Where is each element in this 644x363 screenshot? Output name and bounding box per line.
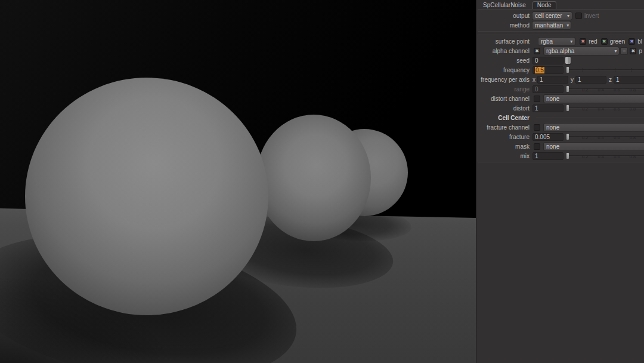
fracture-input[interactable]: 0.005 [532, 133, 564, 141]
method-label: method [478, 22, 532, 29]
medium-sphere [256, 115, 371, 241]
distort-input[interactable]: 1 [532, 104, 564, 112]
chevron-down-icon: ▾ [563, 23, 569, 28]
tick-label: 0.2 [582, 135, 588, 140]
surface-point-select-value: rgba [541, 38, 553, 45]
surface-point-label: surface point [478, 38, 532, 45]
y-axis-label: y [571, 76, 574, 83]
tick-label: 0.2 [582, 154, 588, 159]
premult-checkbox[interactable]: ✖ [630, 48, 636, 54]
tab-node[interactable]: Node [532, 1, 556, 9]
mask-label: mask [478, 143, 532, 150]
frequency-y-input[interactable]: 1 [575, 76, 606, 84]
fracture-channel-row: fracture channel none [478, 122, 644, 132]
alpha-channel-row: alpha channel ✖ rgba.alpha ▾ − ✖ p [478, 46, 644, 56]
fracture-channel-checkbox[interactable] [534, 124, 540, 131]
distort-channel-select[interactable]: none [544, 95, 644, 103]
surface-point-row: surface point rgba ▾ ✖ red ✖ green ✖ bl [478, 36, 644, 46]
seed-input[interactable]: 0 [532, 57, 564, 64]
invert-label: invert [584, 13, 599, 19]
render-viewport[interactable] [0, 0, 476, 363]
mask-checkbox[interactable] [534, 143, 540, 150]
frequency-x-input[interactable]: 1 [537, 76, 568, 84]
mix-slider-handle[interactable] [566, 153, 569, 159]
method-row: method manhattan ▾ [478, 20, 644, 30]
frequency-slider[interactable] [565, 66, 644, 74]
panel-tab-bar: SpCellularNoise Node [476, 0, 644, 9]
premult-label: p [639, 48, 642, 54]
fracture-row: fracture 0.005 0.2 0.4 0.6 0.8 [478, 132, 644, 141]
distort-channel-row: distort channel none [478, 94, 644, 103]
seed-slider-handle[interactable] [565, 57, 571, 64]
frequency-input[interactable]: 0.5 [532, 66, 564, 74]
tick-label: 0.6 [614, 87, 620, 93]
blue-channel-checkbox[interactable]: ✖ [628, 38, 635, 45]
alpha-channel-select[interactable]: rgba.alpha ▾ [544, 47, 619, 55]
frequency-per-axis-row: frequency per axis x 1 y 1 z 1 [478, 75, 644, 84]
fracture-channel-select-value: none [546, 124, 559, 131]
chevron-down-icon: ▾ [564, 13, 569, 19]
method-select[interactable]: manhattan ▾ [532, 21, 571, 29]
chevron-down-icon: ▾ [611, 48, 617, 54]
mix-input[interactable]: 1 [532, 152, 564, 160]
red-channel-checkbox[interactable]: ✖ [580, 38, 586, 45]
mix-slider[interactable]: 0.2 0.4 0.6 0.8 [565, 152, 644, 160]
range-slider[interactable]: 0.2 0.4 0.6 0.8 [565, 85, 644, 93]
output-label: output [478, 13, 532, 19]
frequency-slider-handle[interactable] [566, 67, 569, 73]
frequency-per-axis-label: frequency per axis [478, 76, 532, 83]
distort-channel-checkbox[interactable] [534, 96, 540, 102]
mix-row: mix 1 0.2 0.4 0.6 0.8 [478, 151, 644, 161]
range-input[interactable]: 0 [532, 85, 564, 93]
tick-label: 0.8 [630, 135, 636, 140]
surface-point-select[interactable]: rgba ▾ [538, 38, 575, 45]
distort-slider-handle[interactable] [566, 105, 569, 111]
range-row: range 0 0.2 0.4 0.6 0.8 [478, 84, 644, 94]
large-sphere [25, 78, 268, 315]
slider-groove [566, 69, 644, 70]
output-row: output cell center ▾ invert [478, 11, 644, 20]
distort-channel-select-value: none [546, 96, 559, 102]
green-channel-label: green [610, 38, 626, 45]
invert-checkbox[interactable] [575, 13, 582, 19]
minus-button[interactable]: − [621, 48, 627, 54]
chevron-down-icon: ▾ [566, 39, 572, 44]
fracture-channel-label: fracture channel [478, 124, 532, 131]
z-axis-label: z [609, 76, 612, 83]
tick-label: 0.8 [630, 87, 636, 93]
frequency-z-input[interactable]: 1 [614, 76, 644, 84]
tick-label: 0.8 [630, 154, 636, 159]
green-channel-checkbox[interactable]: ✖ [601, 38, 608, 45]
fracture-channel-select[interactable]: none [544, 124, 644, 131]
blue-channel-label: bl [637, 38, 642, 45]
frequency-selected-text: 0.5 [535, 67, 544, 73]
output-group: output cell center ▾ invert method manha… [478, 9, 644, 32]
tick-label: 0.6 [614, 106, 620, 112]
range-label: range [478, 86, 532, 93]
mask-select[interactable]: none [544, 143, 644, 150]
fracture-slider[interactable]: 0.2 0.4 0.6 0.8 [565, 133, 644, 141]
tab-spcellularnoise[interactable]: SpCellularNoise [479, 1, 530, 9]
output-select[interactable]: cell center ▾ [532, 12, 572, 20]
distort-channel-label: distort channel [478, 96, 532, 102]
alpha-channel-checkbox[interactable]: ✖ [534, 48, 540, 54]
x-axis-label: x [532, 76, 535, 83]
tick-label: 0.4 [598, 87, 604, 93]
mask-select-value: none [546, 143, 559, 150]
fracture-slider-handle[interactable] [566, 134, 569, 140]
distort-row: distort 1 0.2 0.4 0.6 0.8 [478, 103, 644, 113]
tick-label: 0.4 [598, 135, 604, 140]
header-divider [536, 117, 644, 118]
parameters-group: surface point rgba ▾ ✖ red ✖ green ✖ bl … [478, 35, 644, 162]
tick-label: 0.6 [614, 154, 620, 159]
tick-label: 0.8 [630, 106, 636, 112]
tick-label: 0.4 [598, 154, 604, 159]
app-window: SpCellularNoise Node output cell center … [0, 0, 644, 363]
alpha-channel-select-value: rgba.alpha [546, 48, 574, 54]
frequency-row: frequency 0.5 [478, 65, 644, 75]
distort-slider[interactable]: 0.2 0.4 0.6 0.8 [565, 104, 644, 112]
range-slider-handle[interactable] [566, 86, 569, 92]
distort-label: distort [478, 105, 532, 112]
alpha-channel-label: alpha channel [478, 48, 532, 54]
seed-row: seed 0 [478, 56, 644, 65]
